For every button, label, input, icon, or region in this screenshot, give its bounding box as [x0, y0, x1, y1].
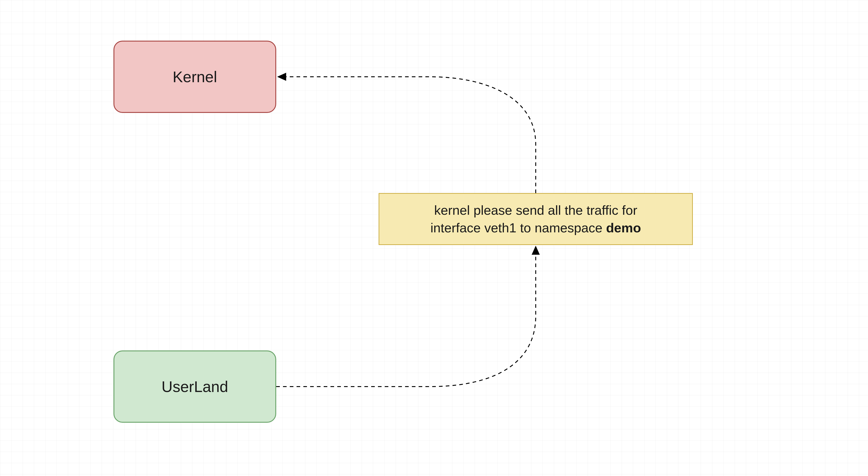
kernel-label: Kernel: [173, 68, 217, 86]
userland-label: UserLand: [162, 378, 228, 396]
note-line-1: kernel please send all the traffic for: [434, 203, 637, 217]
userland-node: UserLand: [114, 350, 276, 423]
message-note: kernel please send all the traffic for i…: [379, 193, 693, 245]
note-line-2-bold: demo: [606, 220, 641, 235]
message-note-text: kernel please send all the traffic for i…: [430, 201, 641, 237]
note-line-2-prefix: interface veth1 to namespace: [430, 220, 606, 235]
diagram-canvas: Kernel UserLand kernel please send all t…: [0, 0, 868, 476]
kernel-node: Kernel: [114, 41, 276, 113]
